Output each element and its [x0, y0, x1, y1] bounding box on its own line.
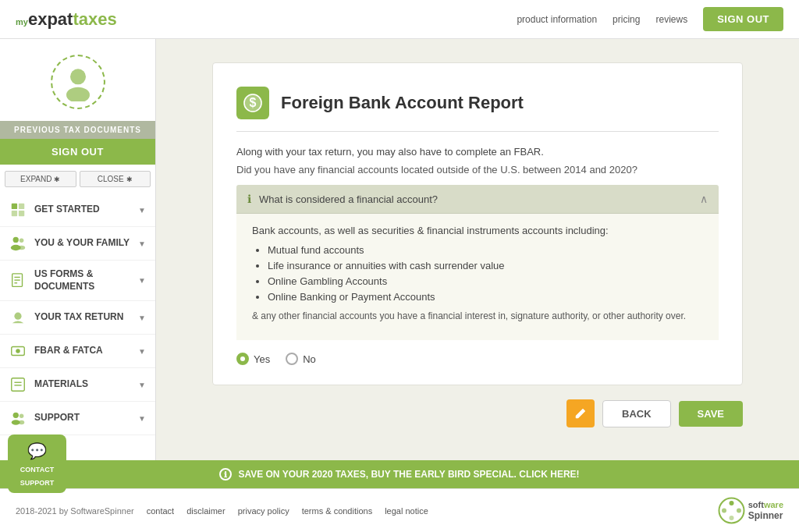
logo-my: my: [16, 17, 28, 27]
list-item: Life insurance or annuities with cash su…: [268, 260, 703, 271]
sidebar-sign-out-button[interactable]: SIGN OUT: [0, 139, 155, 165]
nav-reviews[interactable]: reviews: [655, 14, 687, 25]
footer-left: 2018-2021 by SoftwareSpinner contact dis…: [16, 506, 428, 516]
accordion-title: What is considered a financial account?: [259, 193, 692, 205]
materials-icon: [9, 376, 27, 393]
sidebar-item-you-family-label: YOU & YOUR FAMILY: [34, 237, 130, 250]
svg-rect-17: [12, 378, 25, 392]
chevron-icon: ▼: [138, 414, 146, 423]
svg-text:$: $: [250, 96, 257, 109]
svg-point-16: [16, 349, 20, 353]
sidebar-item-materials-label: MATERIALS: [34, 378, 130, 391]
footer-privacy[interactable]: privacy policy: [238, 506, 289, 516]
accordion-list: Mutual fund accounts Life insurance or a…: [252, 244, 703, 303]
prev-tax-docs-label: PREVIOUS TAX DOCUMENTS: [0, 121, 155, 139]
contact-line1: CONTACT: [20, 465, 54, 475]
save-button[interactable]: SAVE: [679, 401, 743, 427]
radio-no[interactable]: No: [286, 353, 316, 365]
footer-disclaimer[interactable]: disclaimer: [186, 506, 225, 516]
close-button[interactable]: CLOSE ✱: [80, 171, 151, 187]
svg-point-29: [729, 516, 733, 520]
svg-rect-4: [12, 211, 17, 216]
card-question: Did you have any financial accounts loca…: [236, 164, 719, 176]
accordion-note: & any other financial accounts you have …: [252, 310, 703, 321]
financial-account-accordion[interactable]: ℹ What is considered a financial account…: [236, 185, 719, 340]
footer-logo: software Spinner: [718, 497, 783, 524]
close-label: CLOSE: [98, 175, 124, 183]
radio-yes[interactable]: Yes: [236, 353, 270, 365]
avatar-container: [0, 39, 155, 121]
card-header: $ Foreign Bank Account Report: [236, 87, 719, 132]
svg-rect-5: [19, 211, 24, 216]
footer-terms[interactable]: terms & conditions: [302, 506, 372, 516]
svg-point-21: [20, 414, 24, 419]
expand-icon: ✱: [54, 176, 60, 183]
svg-point-30: [722, 509, 726, 513]
content-area: $ Foreign Bank Account Report Along with…: [156, 39, 799, 460]
logo-taxes: taxes: [73, 9, 116, 30]
nav-product-info[interactable]: product information: [517, 14, 597, 25]
promo-banner[interactable]: ℹ SAVE ON YOUR 2020 TAXES, BUY THE EARLY…: [0, 460, 799, 488]
sidebar-item-materials[interactable]: MATERIALS ▼: [0, 368, 155, 402]
card-title: Foreign Bank Account Report: [281, 93, 524, 113]
sidebar-item-support-label: SUPPORT: [34, 412, 130, 424]
fbar-icon: [9, 342, 27, 360]
footer: 2018-2021 by SoftwareSpinner contact dis…: [0, 488, 799, 532]
svg-point-28: [729, 501, 733, 505]
contact-line2: SUPPORT: [20, 478, 55, 488]
sidebar-controls: EXPAND ✱ CLOSE ✱: [0, 165, 155, 193]
radio-yes-circle: [236, 353, 249, 365]
chevron-icon: ▼: [138, 276, 146, 285]
accordion-chevron-icon: ∧: [700, 193, 708, 205]
banner-info-icon: ℹ: [219, 468, 232, 481]
accordion-header[interactable]: ℹ What is considered a financial account…: [236, 185, 719, 213]
accordion-body: Bank accounts, as well as securities & f…: [236, 213, 719, 340]
banner-text: SAVE ON YOUR 2020 TAXES, BUY THE EARLY B…: [238, 469, 579, 480]
logo-expat: expat: [28, 9, 73, 30]
expand-button[interactable]: EXPAND ✱: [5, 171, 76, 187]
svg-point-14: [14, 313, 21, 320]
title-bold: Foreign: [281, 93, 344, 112]
svg-point-1: [66, 87, 90, 101]
sidebar-item-support[interactable]: SUPPORT ▼: [0, 402, 155, 435]
svg-point-31: [737, 509, 741, 513]
svg-point-9: [18, 246, 25, 250]
sidebar-item-fbar-fatca[interactable]: FBAR & FATCA ▼: [0, 335, 155, 368]
expand-label: EXPAND: [20, 175, 51, 183]
edit-button[interactable]: [566, 399, 595, 427]
main-layout: PREVIOUS TAX DOCUMENTS SIGN OUT EXPAND ✱…: [0, 39, 799, 460]
header: my expat taxes product information prici…: [0, 0, 799, 39]
svg-point-20: [13, 413, 19, 418]
user-avatar-icon: [59, 62, 98, 101]
svg-point-0: [70, 69, 86, 84]
header-nav: product information pricing reviews SIGN…: [517, 7, 783, 31]
tax-return-icon: [9, 309, 27, 326]
sidebar-item-get-started-label: GET STARTED: [34, 204, 130, 216]
svg-rect-3: [19, 204, 24, 209]
accordion-intro: Bank accounts, as well as securities & f…: [252, 225, 703, 236]
header-sign-out-button[interactable]: SIGN OUT: [703, 7, 783, 31]
sidebar-item-your-tax-return[interactable]: YOUR TAX RETURN ▼: [0, 301, 155, 335]
footer-copyright: 2018-2021 by SoftwareSpinner: [16, 506, 134, 516]
nav-pricing[interactable]: pricing: [613, 14, 640, 25]
family-icon: [9, 235, 27, 252]
sidebar-item-us-forms[interactable]: US FORMS & DOCUMENTS ▼: [0, 261, 155, 301]
chevron-icon: ▼: [138, 206, 146, 215]
footer-logo-text: software Spinner: [748, 500, 783, 522]
footer-contact[interactable]: contact: [147, 506, 174, 516]
sidebar-item-get-started[interactable]: GET STARTED ▼: [0, 193, 155, 227]
logo: my expat taxes: [16, 9, 117, 30]
info-circle-icon: ℹ: [247, 193, 251, 205]
list-item: Online Banking or Payment Accounts: [268, 291, 703, 303]
avatar: [51, 55, 105, 109]
svg-point-23: [19, 420, 24, 425]
title-rest: Bank Account Report: [349, 93, 524, 112]
back-button[interactable]: BACK: [602, 400, 671, 427]
svg-rect-2: [12, 204, 17, 209]
sidebar-item-you-family[interactable]: YOU & YOUR FAMILY ▼: [0, 227, 155, 261]
contact-support-button[interactable]: 💬 CONTACT SUPPORT: [8, 434, 66, 493]
radio-no-label: No: [303, 353, 316, 365]
list-item: Online Gambling Accounts: [268, 275, 703, 287]
list-item: Mutual fund accounts: [268, 244, 703, 256]
footer-legal[interactable]: legal notice: [385, 506, 428, 516]
